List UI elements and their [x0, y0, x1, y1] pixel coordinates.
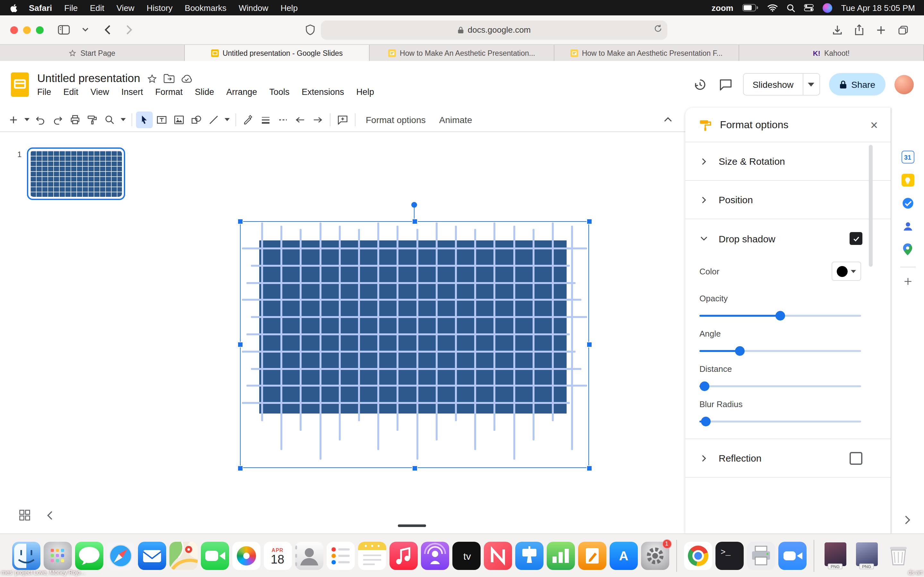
selection-handle-ne[interactable]	[587, 219, 591, 223]
slides-menu-file[interactable]: File	[37, 87, 51, 97]
dock-settings-icon[interactable]: 1	[641, 542, 669, 570]
selection-handle-s[interactable]	[412, 466, 417, 470]
siri-icon[interactable]	[822, 3, 832, 13]
angle-slider[interactable]	[699, 346, 861, 355]
notes-resize-handle[interactable]	[398, 524, 426, 527]
share-icon[interactable]	[850, 22, 868, 37]
selection-handle-se[interactable]	[587, 466, 591, 470]
dock-numbers-icon[interactable]	[546, 542, 575, 570]
privacy-shield-icon[interactable]	[301, 22, 319, 37]
dock-file-icon[interactable]: PNG	[821, 542, 849, 570]
menubar-item-edit[interactable]: Edit	[90, 3, 104, 13]
slides-menu-tools[interactable]: Tools	[269, 87, 289, 97]
panel-scrollbar[interactable]	[869, 145, 873, 267]
rail-calendar-icon[interactable]: 31	[899, 149, 916, 165]
refresh-icon[interactable]	[654, 24, 662, 32]
apple-menu-icon[interactable]	[9, 3, 19, 13]
opacity-slider[interactable]	[699, 311, 861, 320]
window-close-button[interactable]	[10, 26, 18, 34]
dock-news-icon[interactable]	[483, 542, 512, 570]
section-size-rotation[interactable]: Size & Rotation	[685, 142, 891, 181]
new-tab-icon[interactable]	[872, 22, 890, 37]
dock-zoom-icon[interactable]	[778, 542, 806, 570]
rail-add-icon[interactable]	[903, 276, 913, 287]
dock-terminal-icon[interactable]: >_	[715, 542, 743, 570]
slider-thumb[interactable]	[699, 382, 709, 391]
document-title[interactable]: Untitled presentation	[37, 72, 140, 85]
animate-button[interactable]: Animate	[433, 114, 479, 125]
back-button[interactable]	[98, 22, 116, 37]
dock-photos-icon[interactable]	[232, 542, 260, 570]
dock-notes-icon[interactable]	[358, 542, 386, 570]
control-center-icon[interactable]	[804, 4, 814, 11]
wifi-icon[interactable]	[767, 4, 778, 11]
move-folder-icon[interactable]	[163, 74, 174, 83]
tab-overview-icon[interactable]	[894, 22, 912, 37]
dock-mail-icon[interactable]	[137, 542, 166, 570]
slider-thumb[interactable]	[701, 417, 711, 426]
slides-logo-icon[interactable]	[10, 71, 29, 97]
border-dash-icon[interactable]	[275, 111, 291, 128]
menubar-item-view[interactable]: View	[116, 3, 134, 13]
slides-menu-slide[interactable]: Slide	[195, 87, 214, 97]
menubar-item-history[interactable]: History	[147, 3, 173, 13]
dock-launchpad-icon[interactable]	[43, 542, 71, 570]
selection-handle-sw[interactable]	[238, 466, 242, 470]
rotation-handle[interactable]	[411, 202, 417, 208]
dock-reminders-icon[interactable]	[326, 542, 355, 570]
undo-icon[interactable]	[32, 111, 49, 128]
zoom-caret-icon[interactable]	[119, 111, 128, 128]
slider-thumb[interactable]	[735, 346, 745, 356]
selected-image[interactable]	[240, 221, 589, 468]
insert-shape-icon[interactable]	[188, 111, 205, 128]
slider-thumb[interactable]	[775, 311, 785, 321]
dock-facetime-icon[interactable]	[200, 542, 229, 570]
dock-messages-icon[interactable]	[75, 542, 103, 570]
slides-menu-format[interactable]: Format	[155, 87, 183, 97]
line-end-icon[interactable]	[309, 111, 326, 128]
line-start-icon[interactable]	[292, 111, 309, 128]
spotlight-icon[interactable]	[787, 3, 795, 12]
blur-radius-slider[interactable]	[699, 417, 861, 426]
zoom-tool-icon[interactable]	[102, 111, 118, 128]
window-minimize-button[interactable]	[23, 26, 31, 34]
add-comment-icon[interactable]	[334, 111, 351, 128]
drop-shadow-checkbox[interactable]	[850, 232, 863, 245]
comments-icon[interactable]	[717, 76, 734, 93]
print-icon[interactable]	[67, 111, 83, 128]
insert-image-icon[interactable]	[171, 111, 187, 128]
window-zoom-button[interactable]	[36, 26, 44, 34]
slides-menu-edit[interactable]: Edit	[63, 87, 79, 97]
menubar-item-help[interactable]: Help	[280, 3, 298, 13]
dock-calendar-icon[interactable]: APR18	[263, 542, 292, 570]
menubar-app-name[interactable]: Safari	[29, 3, 52, 13]
line-caret-icon[interactable]	[223, 111, 232, 128]
selection-handle-nw[interactable]	[238, 219, 242, 223]
address-bar[interactable]: docs.google.com	[321, 20, 667, 39]
dock-music-icon[interactable]	[389, 542, 417, 570]
rail-maps-icon[interactable]	[899, 241, 916, 258]
version-history-icon[interactable]	[692, 76, 708, 93]
rail-contacts-icon[interactable]	[899, 218, 916, 235]
slideshow-dropdown[interactable]	[803, 74, 819, 95]
distance-slider[interactable]	[699, 382, 861, 390]
dock-maps-icon[interactable]	[169, 542, 197, 570]
browser-tab-3[interactable]: How to Make an Aesthetic Presentation F.…	[554, 45, 739, 61]
selection-handle-e[interactable]	[587, 342, 591, 347]
new-slide-caret-icon[interactable]	[23, 111, 31, 128]
filmstrip-collapse-icon[interactable]	[47, 511, 53, 520]
border-weight-icon[interactable]	[257, 111, 274, 128]
star-icon[interactable]	[147, 73, 157, 84]
slides-menu-extensions[interactable]: Extensions	[302, 87, 344, 97]
toolbar-collapse-icon[interactable]	[660, 111, 676, 128]
dock-finder-icon[interactable]	[12, 542, 40, 570]
browser-tab-2[interactable]: How to Make An Aesthetic Presentation...	[370, 45, 554, 61]
dock-chrome-icon[interactable]	[684, 542, 712, 570]
menubar-zoom-app[interactable]: zoom	[712, 3, 733, 13]
slide-canvas[interactable]: 1	[0, 132, 685, 533]
forward-button[interactable]	[120, 22, 138, 37]
dock-keynote-icon[interactable]	[515, 542, 543, 570]
cloud-status-icon[interactable]	[181, 74, 192, 83]
menubar-item-bookmarks[interactable]: Bookmarks	[185, 3, 226, 13]
section-reflection[interactable]: Reflection	[685, 439, 891, 478]
